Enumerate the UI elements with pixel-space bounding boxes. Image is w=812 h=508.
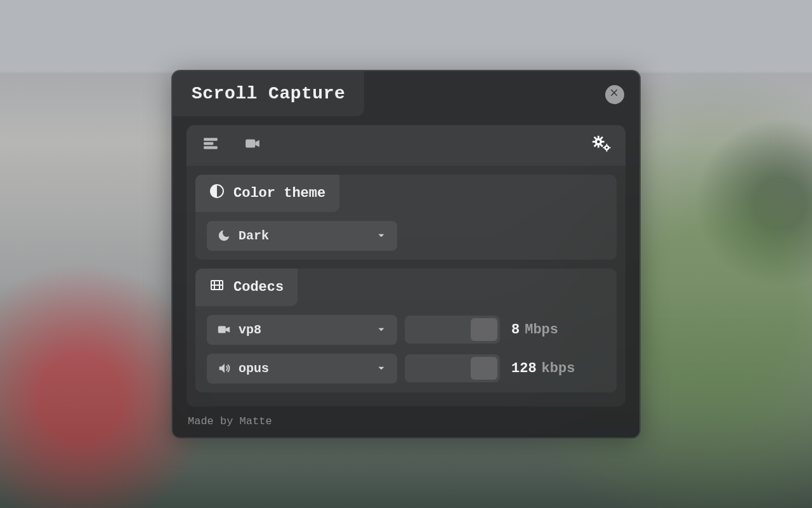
audio-bitrate-value: 128 kbps (508, 361, 584, 377)
film-icon (209, 277, 225, 297)
panel-body: Color theme Dark (187, 125, 625, 406)
section-header-codecs: Codecs (195, 269, 298, 306)
theme-select[interactable]: Dark (207, 221, 397, 251)
video-bitrate-value: 8 Mbps (508, 322, 584, 338)
chevron-down-icon (376, 324, 387, 335)
video-camera-icon (243, 135, 262, 155)
svg-rect-5 (598, 136, 599, 139)
speaker-icon (217, 361, 231, 375)
gears-icon (592, 134, 611, 156)
video-codec-label: vp8 (239, 323, 368, 337)
toolbar (187, 125, 625, 166)
audio-codec-select[interactable]: opus (207, 354, 397, 384)
audio-codec-label: opus (239, 361, 368, 376)
close-button[interactable] (605, 85, 624, 104)
svg-rect-17 (603, 147, 605, 149)
panel-title-tab: Scroll Capture (173, 71, 364, 116)
section-header-color-theme: Color theme (195, 175, 339, 212)
scroll-capture-panel: Scroll Capture (171, 70, 641, 439)
slider-thumb[interactable] (471, 318, 497, 341)
audio-bitrate-unit: kbps (542, 361, 575, 377)
svg-rect-18 (608, 147, 610, 149)
svg-point-19 (606, 147, 608, 149)
close-icon (610, 88, 620, 101)
svg-rect-2 (204, 146, 218, 149)
section-header-label-color-theme: Color theme (233, 185, 325, 201)
svg-rect-8 (601, 141, 605, 143)
moon-icon (217, 229, 231, 243)
audio-bitrate-number: 128 (511, 361, 537, 377)
svg-rect-15 (606, 144, 608, 145)
svg-rect-6 (598, 145, 599, 148)
slider-thumb[interactable] (471, 357, 497, 380)
panel-header: Scroll Capture (173, 71, 639, 125)
video-camera-icon (217, 323, 231, 337)
svg-rect-7 (593, 141, 596, 143)
footer-credit: Made by Matte (173, 406, 639, 430)
section-codecs: Codecs vp8 8 Mbps (195, 269, 617, 392)
settings-view-button[interactable] (591, 137, 612, 154)
section-color-theme: Color theme Dark (195, 175, 617, 260)
chevron-down-icon (376, 363, 387, 374)
svg-rect-25 (218, 326, 226, 333)
contrast-icon (209, 184, 225, 203)
list-view-button[interactable] (200, 137, 221, 154)
svg-rect-1 (204, 142, 213, 145)
record-view-button[interactable] (242, 137, 263, 154)
section-header-label-codecs: Codecs (233, 279, 284, 295)
audio-bitrate-slider[interactable] (405, 354, 500, 382)
chevron-down-icon (376, 230, 387, 241)
svg-rect-16 (606, 149, 608, 151)
svg-point-13 (597, 140, 600, 144)
video-codec-select[interactable]: vp8 (207, 315, 397, 345)
video-bitrate-unit: Mbps (525, 322, 558, 338)
panel-title: Scroll Capture (192, 84, 345, 104)
video-bitrate-number: 8 (511, 322, 520, 338)
svg-rect-0 (204, 138, 218, 140)
list-icon (201, 135, 220, 155)
video-bitrate-slider[interactable] (405, 316, 500, 344)
svg-rect-3 (246, 140, 255, 148)
theme-select-label: Dark (239, 229, 368, 243)
